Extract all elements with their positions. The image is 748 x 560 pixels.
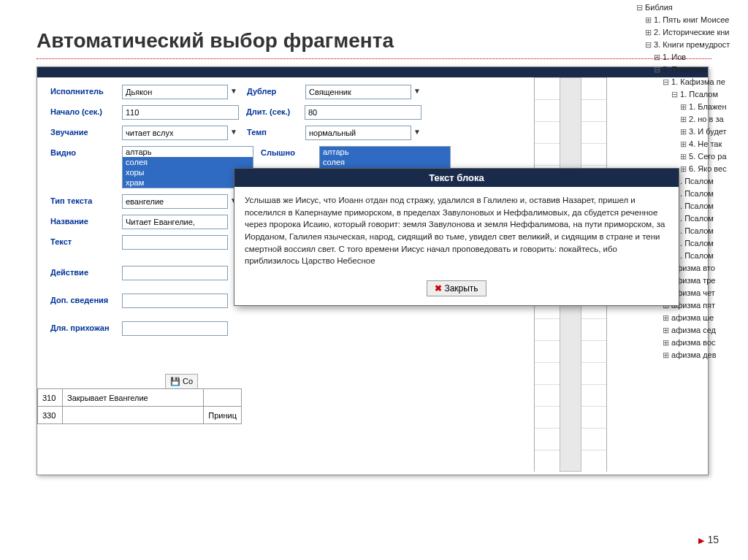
chevron-down-icon[interactable]: ▼ <box>411 85 423 98</box>
tree-node[interactable]: 2. Исторические кни <box>636 26 748 39</box>
tree-node[interactable]: 4. Не так <box>636 138 748 150</box>
chevron-down-icon[interactable]: ▼ <box>228 126 240 139</box>
tree-node[interactable]: афизма вос <box>636 337 748 349</box>
name-input[interactable] <box>122 215 228 229</box>
tree-node[interactable]: афизма ше <box>636 312 748 324</box>
doubler-select[interactable] <box>305 85 411 99</box>
close-button[interactable]: ✖Закрыть <box>427 280 486 296</box>
modal-title: Текст блока <box>234 169 679 187</box>
tree-node[interactable]: 1. Кафизма пе <box>636 76 748 88</box>
visible-label: Видно <box>50 146 122 157</box>
tree-node[interactable]: 1. Пять книг Моисее <box>636 14 748 26</box>
text-label: Текст <box>50 235 122 246</box>
chevron-down-icon[interactable]: ▼ <box>411 126 423 139</box>
sound-select[interactable] <box>122 126 228 140</box>
list-option[interactable]: солея <box>320 157 450 167</box>
extra-input[interactable] <box>122 294 228 308</box>
save-button[interactable]: 💾Со <box>165 374 198 389</box>
doubler-label: Дублер <box>247 85 305 96</box>
performer-label: Исполнитель <box>50 85 122 96</box>
sound-label: Звучание <box>50 126 122 137</box>
start-label: Начало (сек.) <box>50 105 122 116</box>
tree-node[interactable]: афизма дев <box>636 349 748 361</box>
divider <box>37 58 711 59</box>
action-input[interactable] <box>122 266 228 280</box>
performer-select[interactable] <box>122 85 228 99</box>
text-type-select[interactable] <box>122 194 228 209</box>
tempo-label: Темп <box>247 126 305 137</box>
duration-label: Длит. (сек.) <box>246 105 305 116</box>
text-input[interactable] <box>122 235 228 250</box>
text-type-label: Тип текста <box>50 194 122 205</box>
table-row[interactable]: 310 Закрывает Евангелие <box>38 389 242 407</box>
start-input[interactable] <box>122 105 239 120</box>
extra-label: Доп. сведения <box>50 294 122 304</box>
table-row[interactable]: 330 Приниц <box>38 407 242 424</box>
audible-label: Слышно <box>261 146 319 157</box>
tree-node[interactable]: 1. Псалом <box>636 88 748 101</box>
tree-node[interactable]: 5. Сего ра <box>636 150 748 163</box>
list-option[interactable]: алтарь <box>320 147 450 157</box>
tree-node[interactable]: 3. Книги премудрост <box>636 39 748 51</box>
tempo-select[interactable] <box>305 126 411 140</box>
tree-node[interactable]: Библия <box>636 1 748 14</box>
tree-node[interactable]: 1. Иов <box>636 51 748 64</box>
tree-node[interactable]: 2. Псалтирь <box>636 64 748 76</box>
page-title: Автоматический выбор фрагмента <box>37 29 711 53</box>
page-number: ▶15 <box>698 534 719 545</box>
action-label: Действие <box>50 266 122 277</box>
modal-body: Услышав же Иисус, что Иоанн отдан под ст… <box>234 187 679 275</box>
window-titlebar <box>37 67 708 77</box>
tree-node[interactable]: афизма сед <box>636 324 748 337</box>
triangle-icon: ▶ <box>698 536 704 545</box>
parish-label: Для. прихожан <box>50 321 122 332</box>
tree-node[interactable]: 1. Блажен <box>636 101 748 113</box>
disk-icon: 💾 <box>170 377 180 386</box>
close-icon: ✖ <box>435 283 442 294</box>
name-label: Название <box>50 215 122 226</box>
duration-input[interactable] <box>305 105 421 120</box>
parish-input[interactable] <box>122 321 228 336</box>
list-option[interactable]: алтарь <box>123 147 253 157</box>
tree-node[interactable]: 3. И будет <box>636 126 748 138</box>
tree-node[interactable]: 2. но в за <box>636 113 748 126</box>
events-table: 310 Закрывает Евангелие 330 Приниц <box>37 388 242 424</box>
list-option[interactable]: солея <box>123 157 253 167</box>
text-block-modal: Текст блока Услышав же Иисус, что Иоанн … <box>234 168 679 306</box>
chevron-down-icon[interactable]: ▼ <box>228 85 240 98</box>
